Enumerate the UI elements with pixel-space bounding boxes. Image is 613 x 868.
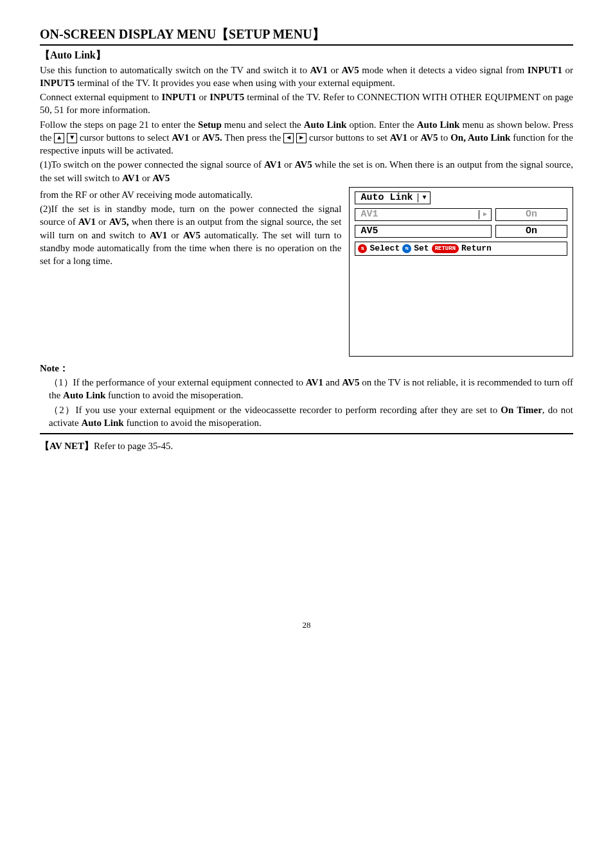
osd-dropdown: Auto Link▼ [355, 191, 431, 204]
note-1: （1）If the performance of your external e… [49, 376, 573, 402]
auto-link-p5: (2)If the set is in standby mode, turn o… [40, 202, 341, 267]
return-pill-icon: RETURN [432, 244, 459, 253]
av-net-section: 【AV NET】Refer to page 35-45. [40, 439, 573, 452]
auto-link-p2: Connect external equipment to INPUT1 or … [40, 91, 573, 117]
up-arrow-icon: ▲ [54, 133, 64, 143]
down-arrow-icon: ▼ [67, 133, 77, 143]
auto-link-p1: Use this function to automatically switc… [40, 64, 573, 90]
note-heading: Note： [40, 362, 573, 375]
osd-row-av1: AV1▶ On [355, 208, 567, 221]
auto-link-p4-cont: from the RF or other AV receiving mode a… [40, 188, 341, 201]
note-2: （2）If you use your external equipment or… [49, 403, 573, 430]
auto-link-p4-pre: (1)To switch on the power connected the … [40, 158, 573, 184]
note-list: （1）If the performance of your external e… [40, 376, 573, 429]
play-icon: ▶ [479, 210, 491, 219]
divider [40, 433, 573, 434]
auto-link-p3: Follow the steps on page 21 to enter the… [40, 118, 573, 157]
page-number: 28 [40, 619, 573, 631]
select-icon: ⇅ [358, 244, 367, 253]
osd-preview: Auto Link▼ AV1▶ On AV5 On ⇅Select ⇆Set R… [349, 187, 573, 357]
osd-row-av5: AV5 On [355, 225, 567, 238]
auto-link-heading: 【Auto Link】 [40, 48, 573, 62]
set-icon: ⇆ [402, 244, 411, 253]
left-arrow-icon: ◄ [283, 133, 294, 143]
right-arrow-icon: ► [296, 133, 306, 143]
osd-footer: ⇅Select ⇆Set RETURNReturn [355, 242, 567, 256]
dropdown-icon: ▼ [418, 193, 430, 202]
page-title: ON-SCREEN DISPLAY MENU【SETUP MENU】 [40, 26, 573, 46]
